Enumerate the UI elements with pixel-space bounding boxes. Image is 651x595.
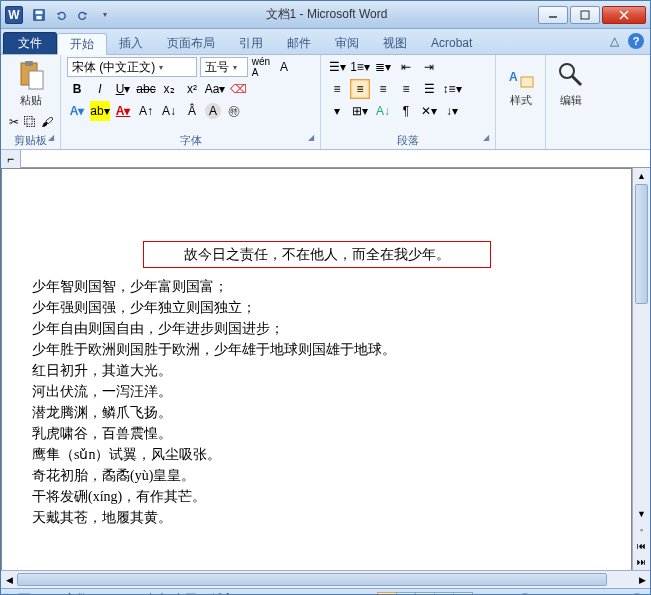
- qat-dropdown-icon[interactable]: ▾: [95, 5, 115, 25]
- text-line[interactable]: 奇花初胎，矞矞(yù)皇皇。: [32, 465, 601, 486]
- scroll-down-icon[interactable]: ▼: [633, 506, 650, 522]
- web-layout-icon[interactable]: ▧: [415, 592, 435, 596]
- undo-icon[interactable]: [51, 5, 71, 25]
- document-canvas[interactable]: 故今日之责任，不在他人，而全在我少年。 少年智则国智，少年富则国富； 少年强则国…: [1, 168, 632, 570]
- scroll-thumb[interactable]: [635, 184, 648, 304]
- vertical-scrollbar[interactable]: ▲ ▼ ◦ ⏮ ⏭: [632, 168, 650, 570]
- text-line[interactable]: 少年强则国强，少年独立则国独立；: [32, 297, 601, 318]
- border-icon[interactable]: ⊞▾: [350, 101, 370, 121]
- font-name-combo[interactable]: 宋体 (中文正文)▾: [67, 57, 197, 77]
- minimize-button[interactable]: [538, 6, 568, 24]
- underline-button[interactable]: U▾: [113, 79, 133, 99]
- strike-button[interactable]: abc: [136, 79, 156, 99]
- asian-layout-icon[interactable]: ✕▾: [419, 101, 439, 121]
- text-effect-icon[interactable]: A▾: [67, 101, 87, 121]
- indent-left-icon[interactable]: ⇤: [396, 57, 416, 77]
- fullscreen-read-icon[interactable]: ▦: [396, 592, 416, 596]
- insert-mode[interactable]: 插入: [211, 591, 235, 595]
- indent-right-icon[interactable]: ⇥: [419, 57, 439, 77]
- tab-insert[interactable]: 插入: [107, 32, 155, 54]
- help-icon[interactable]: ?: [628, 33, 644, 49]
- file-tab[interactable]: 文件: [3, 32, 57, 54]
- sort-icon[interactable]: A↓: [373, 101, 393, 121]
- tab-selector-icon[interactable]: ⌐: [1, 150, 21, 168]
- char-scale-icon[interactable]: Â: [182, 101, 202, 121]
- bold-button[interactable]: B: [67, 79, 87, 99]
- shading-icon[interactable]: ▾: [327, 101, 347, 121]
- text-line[interactable]: 天戴其苍，地履其黄。: [32, 507, 601, 528]
- highlighted-line[interactable]: 故今日之责任，不在他人，而全在我少年。: [143, 241, 491, 268]
- prev-page-icon[interactable]: ⏮: [633, 538, 650, 554]
- text-line[interactable]: 少年胜于欧洲则国胜于欧洲，少年雄于地球则国雄于地球。: [32, 339, 601, 360]
- styles-button[interactable]: A 样式: [502, 57, 539, 110]
- text-line[interactable]: 潜龙腾渊，鳞爪飞扬。: [32, 402, 601, 423]
- justify-icon[interactable]: ≡: [396, 79, 416, 99]
- align-right-icon[interactable]: ≡: [373, 79, 393, 99]
- distribute-icon[interactable]: ☰: [419, 79, 439, 99]
- draft-icon[interactable]: ▢: [453, 592, 473, 596]
- show-marks-icon[interactable]: ¶: [396, 101, 416, 121]
- copy-icon[interactable]: ⿻: [23, 112, 37, 132]
- subscript-button[interactable]: x₂: [159, 79, 179, 99]
- italic-button[interactable]: I: [90, 79, 110, 99]
- tab-mail[interactable]: 邮件: [275, 32, 323, 54]
- format-painter-icon[interactable]: 🖌: [40, 112, 54, 132]
- redo-icon[interactable]: [73, 5, 93, 25]
- phonetic-icon[interactable]: wénA: [251, 57, 271, 77]
- char-shading-icon[interactable]: A: [205, 103, 221, 119]
- tab-references[interactable]: 引用: [227, 32, 275, 54]
- shrink-font-icon[interactable]: A↓: [159, 101, 179, 121]
- browse-object-icon[interactable]: ◦: [633, 522, 650, 538]
- grow-font-icon[interactable]: A↑: [136, 101, 156, 121]
- tab-home[interactable]: 开始: [57, 33, 107, 55]
- minimize-ribbon-icon[interactable]: △: [606, 33, 622, 49]
- print-layout-icon[interactable]: ▤: [377, 592, 397, 596]
- numbering-icon[interactable]: 1≡▾: [350, 57, 370, 77]
- editing-button[interactable]: 编辑: [552, 57, 590, 110]
- paste-button[interactable]: 粘贴: [7, 57, 54, 110]
- text-line[interactable]: 少年智则国智，少年富则国富；: [32, 276, 601, 297]
- enclose-char-icon[interactable]: ㊕: [224, 101, 244, 121]
- close-button[interactable]: [602, 6, 646, 24]
- outline-icon[interactable]: ≡: [434, 592, 454, 596]
- scroll-left-icon[interactable]: ◀: [1, 571, 17, 588]
- clear-format-icon[interactable]: ⌫: [228, 79, 248, 99]
- horizontal-ruler[interactable]: ⌐: [1, 150, 650, 168]
- scroll-right-icon[interactable]: ▶: [634, 571, 650, 588]
- align-center-icon[interactable]: ≡: [350, 79, 370, 99]
- font-color-icon[interactable]: A▾: [113, 101, 133, 121]
- clipboard-group: 粘贴 ✂⿻🖌 剪贴板: [1, 55, 61, 149]
- line-spacing-icon[interactable]: ↕≡▾: [442, 79, 462, 99]
- tab-layout[interactable]: 页面布局: [155, 32, 227, 54]
- tab-acrobat[interactable]: Acrobat: [419, 32, 484, 54]
- word-count[interactable]: 字数: 230: [64, 591, 115, 595]
- save-icon[interactable]: [29, 5, 49, 25]
- cut-icon[interactable]: ✂: [7, 112, 20, 132]
- page-indicator[interactable]: 页面: 1/1: [7, 591, 54, 595]
- text-line[interactable]: 鹰隼（sǔn）试翼，风尘吸张。: [32, 444, 601, 465]
- find-icon: [555, 59, 587, 91]
- statusbar: 页面: 1/1 字数: 230 ✓ 中文(中国) 插入 ▤ ▦ ▧ ≡ ▢ 10…: [1, 588, 650, 595]
- font-size-combo[interactable]: 五号▾: [200, 57, 248, 77]
- scroll-up-icon[interactable]: ▲: [633, 168, 650, 184]
- text-line[interactable]: 河出伏流，一泻汪洋。: [32, 381, 601, 402]
- char-border-icon[interactable]: A: [274, 57, 294, 77]
- bullets-icon[interactable]: ☰▾: [327, 57, 347, 77]
- highlight-icon[interactable]: ab▾: [90, 101, 110, 121]
- maximize-button[interactable]: [570, 6, 600, 24]
- text-line[interactable]: 少年自由则国自由，少年进步则国进步；: [32, 318, 601, 339]
- text-line[interactable]: 乳虎啸谷，百兽震惶。: [32, 423, 601, 444]
- language-indicator[interactable]: 中文(中国): [145, 591, 201, 595]
- change-case-icon[interactable]: Aa▾: [205, 79, 225, 99]
- text-line[interactable]: 干将发硎(xíng)，有作其芒。: [32, 486, 601, 507]
- multilevel-icon[interactable]: ≣▾: [373, 57, 393, 77]
- text-line[interactable]: 红日初升，其道大光。: [32, 360, 601, 381]
- para-dropdown-icon[interactable]: ↓▾: [442, 101, 462, 121]
- scroll-thumb-h[interactable]: [17, 573, 607, 586]
- tab-review[interactable]: 审阅: [323, 32, 371, 54]
- align-left-icon[interactable]: ≡: [327, 79, 347, 99]
- horizontal-scrollbar[interactable]: ◀ ▶: [1, 570, 650, 588]
- tab-view[interactable]: 视图: [371, 32, 419, 54]
- next-page-icon[interactable]: ⏭: [633, 554, 650, 570]
- superscript-button[interactable]: x²: [182, 79, 202, 99]
